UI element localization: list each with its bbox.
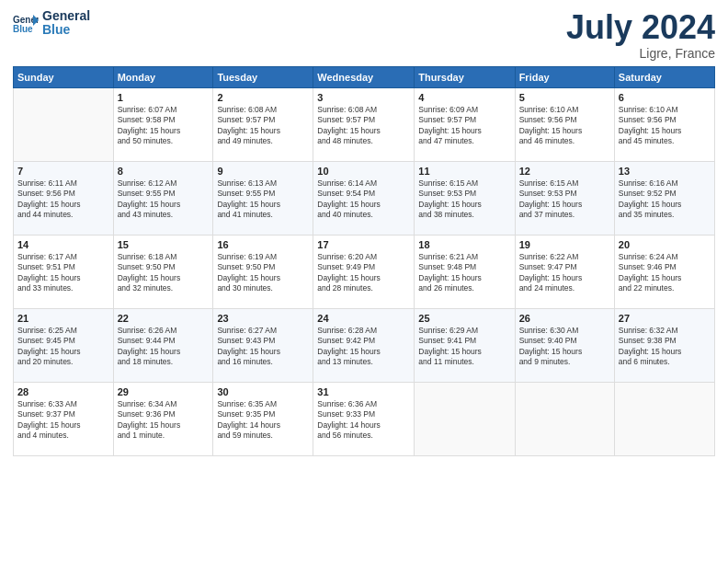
weekday-header-thursday: Thursday (415, 66, 515, 87)
day-number: 11 (418, 166, 510, 177)
day-info: Sunrise: 6:18 AM Sunset: 9:50 PM Dayligh… (118, 252, 210, 294)
day-info: Sunrise: 6:15 AM Sunset: 9:53 PM Dayligh… (519, 178, 610, 221)
day-info: Sunrise: 6:28 AM Sunset: 9:42 PM Dayligh… (317, 326, 410, 368)
calendar-cell: 11Sunrise: 6:15 AM Sunset: 9:53 PM Dayli… (415, 161, 515, 235)
calendar-cell (515, 382, 614, 455)
calendar-cell: 10Sunrise: 6:14 AM Sunset: 9:54 PM Dayli… (313, 161, 415, 235)
calendar-cell: 22Sunrise: 6:26 AM Sunset: 9:44 PM Dayli… (113, 308, 213, 382)
day-number: 24 (317, 313, 410, 324)
day-info: Sunrise: 6:19 AM Sunset: 9:50 PM Dayligh… (217, 252, 309, 294)
day-number: 10 (317, 166, 410, 177)
day-number: 20 (619, 239, 711, 250)
day-info: Sunrise: 6:21 AM Sunset: 9:48 PM Dayligh… (418, 252, 510, 294)
calendar-cell: 19Sunrise: 6:22 AM Sunset: 9:47 PM Dayli… (515, 235, 614, 308)
calendar-cell: 21Sunrise: 6:25 AM Sunset: 9:45 PM Dayli… (14, 308, 114, 382)
day-info: Sunrise: 6:27 AM Sunset: 9:43 PM Dayligh… (217, 326, 309, 368)
day-number: 25 (418, 313, 510, 324)
calendar-cell: 18Sunrise: 6:21 AM Sunset: 9:48 PM Dayli… (415, 235, 515, 308)
month-title: July 2024 (566, 9, 715, 46)
calendar-cell: 26Sunrise: 6:30 AM Sunset: 9:40 PM Dayli… (515, 308, 614, 382)
calendar-cell (14, 87, 114, 161)
weekday-header-sunday: Sunday (14, 66, 114, 87)
calendar-cell: 17Sunrise: 6:20 AM Sunset: 9:49 PM Dayli… (313, 235, 415, 308)
day-number: 19 (519, 239, 610, 250)
logo: General Blue General Blue (13, 9, 90, 38)
day-number: 5 (519, 92, 610, 103)
day-number: 16 (217, 239, 309, 250)
day-info: Sunrise: 6:25 AM Sunset: 9:45 PM Dayligh… (17, 326, 109, 368)
day-info: Sunrise: 6:17 AM Sunset: 9:51 PM Dayligh… (17, 252, 109, 294)
day-info: Sunrise: 6:20 AM Sunset: 9:49 PM Dayligh… (317, 252, 410, 294)
weekday-header-row: SundayMondayTuesdayWednesdayThursdayFrid… (14, 66, 715, 87)
day-number: 23 (217, 313, 309, 324)
day-number: 31 (317, 386, 410, 397)
calendar-cell: 5Sunrise: 6:10 AM Sunset: 9:56 PM Daylig… (515, 87, 614, 161)
day-info: Sunrise: 6:24 AM Sunset: 9:46 PM Dayligh… (619, 252, 711, 294)
logo-text: General Blue (42, 9, 90, 38)
day-number: 3 (317, 92, 410, 103)
calendar-week-row: 28Sunrise: 6:33 AM Sunset: 9:37 PM Dayli… (14, 382, 715, 455)
day-info: Sunrise: 6:11 AM Sunset: 9:56 PM Dayligh… (17, 178, 109, 221)
day-info: Sunrise: 6:22 AM Sunset: 9:47 PM Dayligh… (519, 252, 610, 294)
calendar-cell: 23Sunrise: 6:27 AM Sunset: 9:43 PM Dayli… (213, 308, 313, 382)
calendar-container: General Blue General Blue July 2024 Ligr… (0, 0, 728, 563)
calendar-cell: 16Sunrise: 6:19 AM Sunset: 9:50 PM Dayli… (213, 235, 313, 308)
calendar-cell: 4Sunrise: 6:09 AM Sunset: 9:57 PM Daylig… (415, 87, 515, 161)
day-info: Sunrise: 6:16 AM Sunset: 9:52 PM Dayligh… (619, 178, 711, 221)
day-number: 9 (217, 166, 309, 177)
day-info: Sunrise: 6:33 AM Sunset: 9:37 PM Dayligh… (17, 399, 109, 442)
calendar-cell: 24Sunrise: 6:28 AM Sunset: 9:42 PM Dayli… (313, 308, 415, 382)
day-info: Sunrise: 6:14 AM Sunset: 9:54 PM Dayligh… (317, 178, 410, 221)
logo-icon: General Blue (13, 13, 39, 33)
location: Ligre, France (566, 46, 715, 61)
calendar-cell: 9Sunrise: 6:13 AM Sunset: 9:55 PM Daylig… (213, 161, 313, 235)
day-info: Sunrise: 6:08 AM Sunset: 9:57 PM Dayligh… (217, 105, 309, 147)
day-info: Sunrise: 6:10 AM Sunset: 9:56 PM Dayligh… (619, 105, 711, 147)
calendar-week-row: 7Sunrise: 6:11 AM Sunset: 9:56 PM Daylig… (14, 161, 715, 235)
day-number: 2 (217, 92, 309, 103)
day-number: 30 (217, 386, 309, 397)
calendar-cell: 3Sunrise: 6:08 AM Sunset: 9:57 PM Daylig… (313, 87, 415, 161)
calendar-cell: 12Sunrise: 6:15 AM Sunset: 9:53 PM Dayli… (515, 161, 614, 235)
day-number: 6 (619, 92, 711, 103)
calendar-cell: 27Sunrise: 6:32 AM Sunset: 9:38 PM Dayli… (614, 308, 714, 382)
day-number: 14 (17, 239, 109, 250)
day-number: 4 (418, 92, 510, 103)
calendar-cell: 29Sunrise: 6:34 AM Sunset: 9:36 PM Dayli… (113, 382, 213, 455)
calendar-table: SundayMondayTuesdayWednesdayThursdayFrid… (13, 66, 715, 456)
weekday-header-wednesday: Wednesday (313, 66, 415, 87)
weekday-header-saturday: Saturday (614, 66, 714, 87)
day-info: Sunrise: 6:09 AM Sunset: 9:57 PM Dayligh… (418, 105, 510, 147)
calendar-cell: 14Sunrise: 6:17 AM Sunset: 9:51 PM Dayli… (14, 235, 114, 308)
day-info: Sunrise: 6:36 AM Sunset: 9:33 PM Dayligh… (317, 399, 410, 442)
weekday-header-tuesday: Tuesday (213, 66, 313, 87)
calendar-cell: 28Sunrise: 6:33 AM Sunset: 9:37 PM Dayli… (14, 382, 114, 455)
day-number: 17 (317, 239, 410, 250)
day-number: 26 (519, 313, 610, 324)
calendar-cell: 13Sunrise: 6:16 AM Sunset: 9:52 PM Dayli… (614, 161, 714, 235)
day-info: Sunrise: 6:10 AM Sunset: 9:56 PM Dayligh… (519, 105, 610, 147)
day-info: Sunrise: 6:12 AM Sunset: 9:55 PM Dayligh… (118, 178, 210, 221)
calendar-cell: 7Sunrise: 6:11 AM Sunset: 9:56 PM Daylig… (14, 161, 114, 235)
day-number: 13 (619, 166, 711, 177)
calendar-cell: 25Sunrise: 6:29 AM Sunset: 9:41 PM Dayli… (415, 308, 515, 382)
day-info: Sunrise: 6:29 AM Sunset: 9:41 PM Dayligh… (418, 326, 510, 368)
calendar-cell (415, 382, 515, 455)
day-number: 18 (418, 239, 510, 250)
day-info: Sunrise: 6:08 AM Sunset: 9:57 PM Dayligh… (317, 105, 410, 147)
weekday-header-monday: Monday (113, 66, 213, 87)
day-number: 22 (118, 313, 210, 324)
calendar-cell: 30Sunrise: 6:35 AM Sunset: 9:35 PM Dayli… (213, 382, 313, 455)
calendar-cell (614, 382, 714, 455)
day-info: Sunrise: 6:35 AM Sunset: 9:35 PM Dayligh… (217, 399, 309, 442)
calendar-cell: 2Sunrise: 6:08 AM Sunset: 9:57 PM Daylig… (213, 87, 313, 161)
day-number: 21 (17, 313, 109, 324)
day-info: Sunrise: 6:30 AM Sunset: 9:40 PM Dayligh… (519, 326, 610, 368)
day-info: Sunrise: 6:32 AM Sunset: 9:38 PM Dayligh… (619, 326, 711, 368)
day-info: Sunrise: 6:07 AM Sunset: 9:58 PM Dayligh… (118, 105, 210, 147)
day-number: 7 (17, 166, 109, 177)
day-info: Sunrise: 6:26 AM Sunset: 9:44 PM Dayligh… (118, 326, 210, 368)
day-info: Sunrise: 6:13 AM Sunset: 9:55 PM Dayligh… (217, 178, 309, 221)
day-info: Sunrise: 6:34 AM Sunset: 9:36 PM Dayligh… (118, 399, 210, 442)
calendar-week-row: 1Sunrise: 6:07 AM Sunset: 9:58 PM Daylig… (14, 87, 715, 161)
